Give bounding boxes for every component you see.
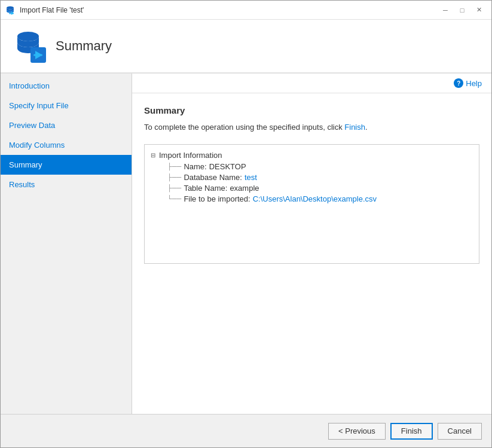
main-body: Summary To complete the operation using … <box>132 93 491 414</box>
sidebar-item-modify-columns[interactable]: Modify Columns <box>1 135 132 155</box>
title-bar-left: Import Flat File 'test' <box>5 5 84 15</box>
sidebar: Introduction Specify Input File Preview … <box>1 74 132 414</box>
cancel-button[interactable]: Cancel <box>438 423 482 440</box>
tree-label-filepath: File to be imported: <box>184 194 250 203</box>
tree-prefix-tablename: ├── <box>167 184 181 191</box>
close-button[interactable]: ✕ <box>471 4 487 16</box>
tree-children: ├── Name: DESKTOP ├── Database Name: tes… <box>151 162 473 203</box>
tree-child-filepath: └── File to be imported: C:\Users\Alan\D… <box>167 194 473 203</box>
svg-rect-6 <box>33 54 42 56</box>
tree-label-name: Name: <box>184 162 206 171</box>
content-area: Introduction Specify Input File Preview … <box>1 74 491 414</box>
main-content: ? Help Summary To complete the operation… <box>132 74 491 414</box>
description: To complete the operation using the spec… <box>144 121 479 133</box>
help-icon: ? <box>454 78 463 88</box>
svg-point-0 <box>7 6 14 9</box>
tree-collapse-icon[interactable]: ⊟ <box>151 152 155 159</box>
tree-child-tablename: ├── Table Name: example <box>167 184 473 193</box>
header-area: Summary <box>1 20 491 74</box>
finish-button[interactable]: Finish <box>390 423 433 440</box>
main-window: Import Flat File 'test' ─ □ ✕ Summary In… <box>0 0 492 448</box>
tree-child-dbname: ├── Database Name: test <box>167 173 473 182</box>
header-title: Summary <box>56 38 112 54</box>
svg-rect-2 <box>9 13 14 14</box>
footer: < Previous Finish Cancel <box>1 414 491 447</box>
tree-prefix-dbname: ├── <box>167 173 181 181</box>
tree-child-name: ├── Name: DESKTOP <box>167 162 473 171</box>
tree-root-text: Import Information <box>159 151 222 160</box>
finish-text: Finish <box>344 123 365 132</box>
restore-button[interactable]: □ <box>454 4 470 16</box>
main-header: ? Help <box>132 74 491 93</box>
tree-prefix-name: ├── <box>167 163 181 170</box>
help-link[interactable]: ? Help <box>454 78 482 88</box>
app-icon <box>5 5 15 15</box>
tree-value-name: DESKTOP <box>209 162 246 171</box>
sidebar-item-specify-input-file[interactable]: Specify Input File <box>1 96 132 115</box>
sidebar-item-results[interactable]: Results <box>1 175 132 194</box>
sidebar-item-preview-data[interactable]: Preview Data <box>1 115 132 135</box>
window-title: Import Flat File 'test' <box>20 6 84 14</box>
section-title: Summary <box>144 105 479 115</box>
tree-value-filepath: C:\Users\Alan\Desktop\example.csv <box>253 194 377 203</box>
tree-value-tablename: example <box>230 184 259 193</box>
title-bar: Import Flat File 'test' ─ □ ✕ <box>1 1 491 20</box>
tree-root: ⊟ Import Information ├── Name: DESKTOP ├… <box>151 151 473 203</box>
description-prefix: To complete the operation using the spec… <box>144 123 344 132</box>
tree-label-tablename: Table Name: <box>184 184 227 193</box>
sidebar-item-introduction[interactable]: Introduction <box>1 76 132 96</box>
help-label: Help <box>466 79 482 88</box>
tree-root-label: ⊟ Import Information <box>151 151 473 160</box>
tree-box: ⊟ Import Information ├── Name: DESKTOP ├… <box>144 144 479 264</box>
previous-button[interactable]: < Previous <box>328 423 386 440</box>
minimize-button[interactable]: ─ <box>438 4 453 16</box>
tree-label-dbname: Database Name: <box>184 173 242 182</box>
tree-prefix-filepath: └── <box>167 195 181 202</box>
sidebar-item-summary[interactable]: Summary <box>1 155 132 175</box>
tree-value-dbname: test <box>245 173 257 182</box>
description-suffix: . <box>365 123 368 132</box>
header-db-icon <box>13 29 46 63</box>
window-controls: ─ □ ✕ <box>438 4 487 16</box>
svg-point-3 <box>17 32 39 41</box>
